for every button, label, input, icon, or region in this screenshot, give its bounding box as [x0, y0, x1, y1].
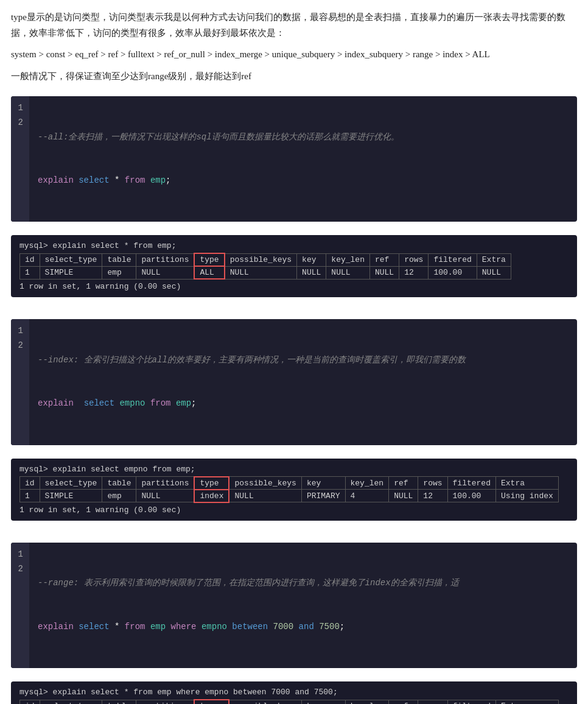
all-code-block: 1 2 --all:全表扫描，一般情况下出现这样的sql语句而且数据量比较大的话…	[11, 96, 577, 222]
range-line-numbers: 1 2	[11, 543, 29, 668]
all-mysql-footer: 1 row in set, 1 warning (0.00 sec)	[19, 282, 569, 291]
range-col-type: type	[194, 700, 229, 704]
range-comment: --range: 表示利用索引查询的时候限制了范围，在指定范围内进行查询，这样避…	[38, 578, 459, 588]
range-mysql-table: id select_type table partitions type pos…	[19, 699, 559, 704]
all-explain-kw: explain	[38, 175, 74, 185]
all-line-numbers: 1 2	[11, 96, 29, 222]
all-type-value: ALL	[194, 266, 224, 279]
intro-para2: system > const > eq_ref > ref > fulltext…	[11, 47, 577, 63]
index-type-value: index	[194, 490, 229, 502]
col-filtered: filtered	[429, 253, 477, 266]
all-comment: --all:全表扫描，一般情况下出现这样的sql语句而且数据量比较大的话那么就需…	[38, 132, 399, 142]
index-mysql-output: mysql> explain select empno from emp; id…	[11, 459, 577, 521]
index-code-content: --index: 全索引扫描这个比all的效率要好，主要有两种情况，一种是当前的…	[29, 319, 474, 445]
range-code-block: 1 2 --range: 表示利用索引查询的时候限制了范围，在指定范围内进行查询…	[11, 543, 577, 668]
col-partitions: partitions	[136, 253, 195, 266]
index-comment: --index: 全索引扫描这个比all的效率要好，主要有两种情况，一种是当前的…	[38, 355, 466, 365]
all-mysql-table: id select_type table partitions type pos…	[19, 253, 511, 280]
all-mysql-output: mysql> explain select * from emp; id sel…	[11, 235, 577, 297]
range-mysql-prompt: mysql> explain select * from emp where e…	[19, 688, 569, 697]
all-table-row: 1 SIMPLE emp NULL ALL NULL NULL NULL NUL…	[20, 266, 511, 279]
col-select-type: select_type	[40, 253, 102, 266]
col-key: key	[297, 253, 326, 266]
intro-para3: 一般情况下，得保证查询至少达到range级别，最好能达到ref	[11, 69, 577, 85]
index-code-block: 1 2 --index: 全索引扫描这个比all的效率要好，主要有两种情况，一种…	[11, 319, 577, 445]
col-possible-keys: possible_keys	[225, 253, 297, 266]
range-mysql-output: mysql> explain select * from emp where e…	[11, 681, 577, 704]
col-rows: rows	[399, 253, 429, 266]
index-line-numbers: 1 2	[11, 319, 29, 445]
all-mysql-prompt: mysql> explain select * from emp;	[19, 241, 569, 250]
index-mysql-footer: 1 row in set, 1 warning (0.00 sec)	[19, 505, 569, 515]
range-code-content: --range: 表示利用索引查询的时候限制了范围，在指定范围内进行查询，这样避…	[29, 543, 467, 668]
all-code-content: --all:全表扫描，一般情况下出现这样的sql语句而且数据量比较大的话那么就需…	[29, 96, 408, 222]
col-key-len: key_len	[326, 253, 370, 266]
index-mysql-table: id select_type table partitions type pos…	[19, 476, 559, 503]
col-id: id	[20, 253, 40, 266]
col-type: type	[194, 253, 224, 266]
all-select-kw: select	[79, 175, 109, 185]
index-col-type: type	[194, 477, 229, 490]
index-mysql-prompt: mysql> explain select empno from emp;	[19, 465, 569, 474]
col-ref: ref	[369, 253, 399, 266]
intro-para1: type显示的是访问类型，访问类型表示我是以何种方式去访问我们的数据，最容易想的…	[11, 10, 577, 41]
index-table-row: 1 SIMPLE emp NULL index NULL PRIMARY 4 N…	[20, 490, 559, 502]
col-table: table	[102, 253, 136, 266]
col-extra: Extra	[477, 253, 511, 266]
